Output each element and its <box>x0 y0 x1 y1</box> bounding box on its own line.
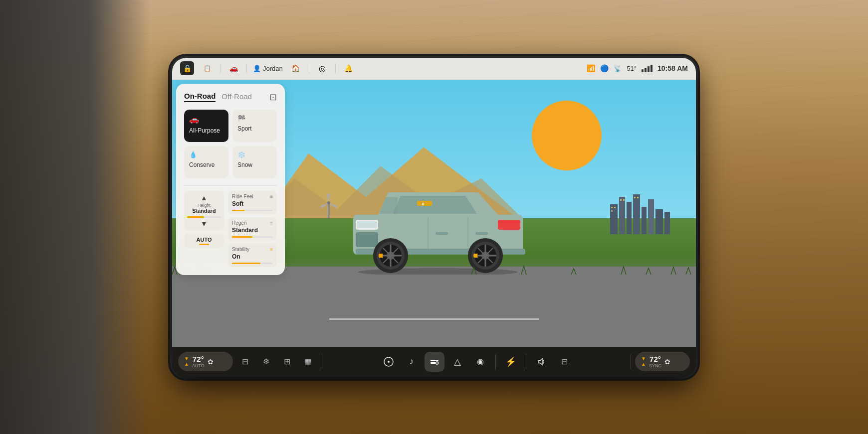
regen-value: Standard <box>232 227 273 234</box>
volume-btn[interactable] <box>531 352 551 372</box>
left-temp-up-arrow[interactable]: ▲ <box>184 362 189 367</box>
regen-slider[interactable] <box>232 236 273 238</box>
tab-off-road[interactable]: Off-Road <box>221 92 252 102</box>
left-temp: 72° <box>193 355 204 363</box>
seat-vent-left-btn[interactable]: ▦ <box>298 352 318 372</box>
bottom-divider-2 <box>495 354 496 369</box>
clock: 10:58 AM <box>657 64 688 72</box>
regen-setting[interactable]: Regen ≡ Standard <box>228 217 277 241</box>
ride-feel-slider[interactable] <box>232 210 273 211</box>
svg-rect-18 <box>620 199 622 201</box>
mode-conserve[interactable]: 💧 Conserve <box>184 146 228 178</box>
seat-heat-left-btn[interactable]: ⊟ <box>235 352 255 372</box>
left-seat-controls: ⊟ ❄ ⊞ ▦ <box>235 352 318 372</box>
mode-conserve-icon: 💧 <box>189 151 223 158</box>
svg-rect-16 <box>614 207 616 208</box>
seat-heat-right-bottom-btn[interactable]: ⊟ <box>554 352 574 372</box>
divider-1 <box>220 63 220 73</box>
expand-icon[interactable]: ⊡ <box>269 92 277 103</box>
wifi-icon: 📶 <box>587 64 595 72</box>
svg-rect-15 <box>611 207 613 208</box>
city-skyline <box>610 184 670 234</box>
svg-rect-27 <box>475 232 488 235</box>
right-temp-up-arrow[interactable]: ▲ <box>641 362 646 367</box>
home-icon[interactable]: 🏠 <box>289 61 303 75</box>
user-info[interactable]: 👤 Jordan <box>253 65 283 72</box>
svg-rect-12 <box>648 199 654 234</box>
settings-section: ▲ Height Standard ▼ AUTO <box>184 191 277 267</box>
right-climate-control[interactable]: ▼ ▲ 72° SYNC ✿ <box>635 352 690 371</box>
stability-label: Stability <box>232 247 249 252</box>
wood-background: 🔒 📋 🚗 👤 Jordan 🏠 ◎ 🔔 📶 🔵 📡 <box>0 0 868 434</box>
road-line <box>329 318 539 320</box>
navigation-btn[interactable] <box>379 352 399 372</box>
regen-label: Regen <box>232 220 246 226</box>
svg-rect-13 <box>655 209 663 234</box>
svg-point-6 <box>327 201 330 204</box>
svg-rect-17 <box>611 210 613 212</box>
mode-sport-icon: 🏁 <box>237 115 272 122</box>
divider-2 <box>246 63 247 73</box>
divider-4 <box>335 63 336 73</box>
tab-on-road[interactable]: On-Road <box>184 92 216 102</box>
left-temp-down-arrow[interactable]: ▼ <box>184 356 189 361</box>
drive-mode-panel: On-Road Off-Road ⊡ 🚗 All-Purpose 🏁 Sport <box>176 84 285 275</box>
alert-btn[interactable]: △ <box>447 352 467 372</box>
auto-badge[interactable]: AUTO <box>184 234 224 248</box>
svg-rect-14 <box>664 212 670 234</box>
left-fan-icon: ✿ <box>208 358 214 366</box>
panel-divider <box>184 185 277 186</box>
mode-snow[interactable]: ❄️ Snow <box>232 146 277 178</box>
mode-sport[interactable]: 🏁 Sport <box>232 110 277 142</box>
car-illustration: R <box>338 160 538 275</box>
defrost-front-btn[interactable]: ❄ <box>256 352 276 372</box>
svg-rect-31 <box>356 232 378 247</box>
mode-all-purpose[interactable]: 🚗 All-Purpose <box>184 110 228 142</box>
bottom-divider-4 <box>631 354 631 369</box>
svg-rect-51 <box>417 201 432 206</box>
height-down-arrow[interactable]: ▼ <box>201 220 208 228</box>
car-icon[interactable]: 🚗 <box>226 61 240 75</box>
bottom-divider-1 <box>322 354 322 369</box>
ride-feel-setting[interactable]: Ride Feel ≡ Soft <box>228 191 277 214</box>
left-climate-label: AUTO <box>192 363 205 368</box>
ride-feel-value: Soft <box>232 200 273 207</box>
bottom-bar: ▼ ▲ 72° AUTO ✿ ⊟ ❄ ⊞ ▦ <box>172 347 696 377</box>
right-temp: 72° <box>650 355 661 363</box>
stability-slider[interactable] <box>232 263 273 264</box>
height-control[interactable]: ▲ Height Standard ▼ <box>184 191 224 231</box>
ride-feel-label: Ride Feel <box>232 194 253 199</box>
svg-rect-55 <box>431 360 438 361</box>
defrost-rear-btn[interactable]: ⊞ <box>277 352 297 372</box>
music-btn[interactable]: ♪ <box>402 352 422 372</box>
svg-rect-8 <box>619 197 625 234</box>
stability-setting[interactable]: Stability ≡ On <box>228 244 277 267</box>
right-climate-info: 72° SYNC <box>649 355 661 368</box>
mode-all-purpose-icon: 🚗 <box>189 115 223 124</box>
ride-feel-menu-icon: ≡ <box>270 194 273 199</box>
bottom-divider-3 <box>526 354 526 369</box>
right-temp-down-arrow[interactable]: ▼ <box>641 356 646 361</box>
main-content: R On-Road Off-Road ⊡ <box>172 80 696 347</box>
left-climate-control[interactable]: ▼ ▲ 72° AUTO ✿ <box>178 352 233 371</box>
svg-rect-20 <box>634 197 636 198</box>
drive-mode-btn[interactable] <box>425 352 444 372</box>
left-climate-info: 72° AUTO <box>192 355 205 368</box>
mode-all-purpose-label: All-Purpose <box>189 127 223 134</box>
camera-btn[interactable]: ◉ <box>470 352 490 372</box>
charge-btn[interactable]: ⚡ <box>501 352 521 372</box>
mode-sport-label: Sport <box>237 125 272 132</box>
signal-bars <box>642 65 652 72</box>
svg-rect-7 <box>610 204 618 234</box>
compass-icon[interactable]: ◎ <box>315 61 329 75</box>
sun <box>532 101 602 170</box>
height-up-arrow[interactable]: ▲ <box>201 194 208 202</box>
svg-rect-11 <box>642 207 647 234</box>
svg-rect-19 <box>623 199 625 201</box>
temperature: 51° <box>627 65 637 72</box>
unlock-icon[interactable]: 📋 <box>200 61 214 75</box>
lock-icon[interactable]: 🔒 <box>180 61 194 75</box>
settings-left-column: ▲ Height Standard ▼ AUTO <box>184 191 224 267</box>
bell-icon[interactable]: 🔔 <box>342 61 356 75</box>
svg-rect-29 <box>357 221 377 228</box>
